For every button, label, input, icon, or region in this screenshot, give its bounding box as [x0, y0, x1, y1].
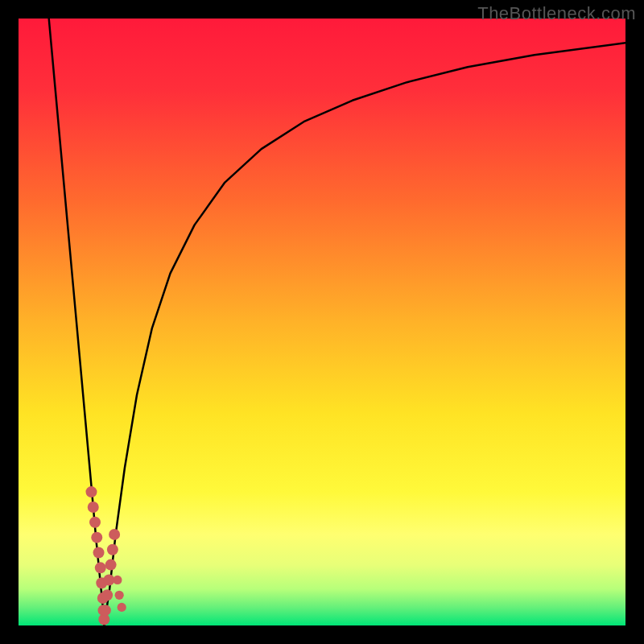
data-marker: [89, 517, 101, 528]
data-marker: [100, 605, 111, 616]
data-marker: [95, 562, 106, 573]
data-marker: [107, 544, 118, 555]
chart-svg: [19, 19, 625, 625]
plot-area: [19, 19, 625, 625]
watermark-text: TheBottleneck.com: [477, 3, 636, 24]
data-marker: [101, 589, 113, 601]
chart-frame: TheBottleneck.com: [0, 0, 644, 644]
data-marker: [115, 591, 124, 600]
data-marker: [113, 576, 122, 584]
data-marker: [85, 486, 97, 497]
data-marker: [93, 547, 105, 559]
data-marker: [105, 559, 117, 571]
data-marker: [109, 529, 120, 540]
data-marker: [88, 502, 99, 513]
data-marker: [91, 532, 102, 543]
data-marker: [103, 574, 114, 585]
data-marker: [118, 603, 126, 612]
